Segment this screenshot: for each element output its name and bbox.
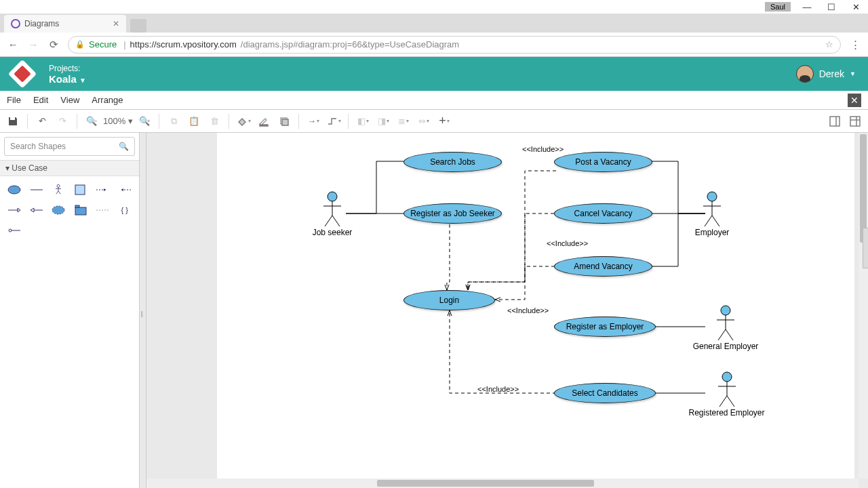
search-shapes-input[interactable]: Search Shapes 🔍: [4, 137, 135, 156]
usecase-amend-vacancy[interactable]: Amend Vacancy: [554, 256, 652, 277]
back-icon[interactable]: ←: [7, 39, 19, 50]
svg-point-20: [52, 206, 64, 214]
include-label: <<Include>>: [507, 306, 549, 314]
add-icon[interactable]: +▾: [435, 113, 453, 130]
search-placeholder: Search Shapes: [10, 142, 66, 151]
connector-style-icon[interactable]: →▾: [304, 113, 322, 130]
os-user-badge: Saul: [765, 2, 791, 12]
svg-rect-15: [75, 185, 85, 195]
save-icon[interactable]: [4, 113, 22, 130]
new-tab-button[interactable]: [130, 19, 146, 33]
palette-association-icon[interactable]: [28, 182, 46, 198]
svg-point-40: [721, 306, 730, 315]
actor-registered-employer[interactable]: Registered Employer: [688, 371, 766, 418]
usecase-post-vacancy[interactable]: Post a Vacancy: [554, 152, 652, 172]
copy-icon[interactable]: ⧉: [165, 113, 182, 130]
lock-icon: 🔒: [75, 40, 85, 49]
right-panel-handle[interactable]: [863, 228, 868, 268]
diagram-canvas[interactable]: Search Jobs Register as Job Seeker Post …: [217, 133, 854, 485]
reload-icon[interactable]: ⟳: [47, 39, 60, 51]
line-color-icon[interactable]: [255, 113, 273, 130]
split-handle[interactable]: [140, 133, 146, 488]
palette-actor-icon[interactable]: [50, 182, 68, 198]
palette-package-icon[interactable]: [72, 202, 90, 218]
actor-general-employer[interactable]: General Employer: [692, 305, 760, 351]
shadow-icon[interactable]: [275, 113, 293, 130]
usecase-select-candidates[interactable]: Select Candidates: [554, 383, 656, 403]
waypoint-style-icon[interactable]: ▾: [325, 113, 342, 130]
secure-label: Secure: [89, 39, 117, 49]
window-maximize-icon[interactable]: ☐: [819, 2, 844, 12]
usecase-register-job-seeker[interactable]: Register as Job Seeker: [403, 203, 502, 224]
palette-constraint-icon[interactable]: { }: [116, 202, 134, 218]
svg-line-43: [718, 329, 726, 340]
to-back-icon[interactable]: ◨▾: [374, 113, 392, 130]
browser-tab[interactable]: Diagrams ✕: [4, 15, 126, 33]
menu-view[interactable]: View: [60, 95, 79, 105]
palette-extend-icon[interactable]: [116, 182, 134, 198]
tab-title: Diagrams: [24, 19, 59, 28]
zoom-out-icon[interactable]: 🔍−: [83, 113, 100, 130]
delete-icon[interactable]: 🗑: [205, 113, 223, 130]
format-panel-icon[interactable]: [826, 113, 844, 130]
close-panel-icon[interactable]: ✕: [848, 94, 861, 107]
distribute-icon[interactable]: ⇔▾: [415, 113, 433, 130]
user-name: Derek: [819, 68, 844, 79]
url-path: /diagrams.jsp#diagram:proj=66&type=UseCa…: [241, 39, 459, 49]
search-icon: 🔍: [119, 142, 129, 151]
palette-collaboration-icon[interactable]: [50, 202, 68, 218]
actor-job-seeker[interactable]: Job seeker: [312, 191, 353, 237]
zoom-in-icon[interactable]: 🔍+: [136, 113, 153, 130]
forward-icon[interactable]: →: [27, 39, 39, 50]
user-menu[interactable]: Derek ▼: [796, 65, 856, 83]
address-bar[interactable]: 🔒 Secure | https://scrum.vpository.com/d…: [68, 36, 841, 54]
palette-dependency-icon[interactable]: [5, 202, 24, 218]
window-minimize-icon[interactable]: —: [795, 2, 819, 12]
menu-file[interactable]: File: [7, 95, 21, 105]
chevron-down-icon: ▼: [850, 70, 856, 77]
usecase-search-jobs[interactable]: Search Jobs: [403, 152, 502, 172]
usecase-register-employer[interactable]: Register as Employer: [554, 317, 656, 337]
url-host: https://scrum.vpository.com: [130, 39, 237, 49]
palette-note-icon[interactable]: [94, 202, 112, 218]
vertical-scrollbar[interactable]: [859, 133, 868, 479]
include-label: <<Include>>: [547, 239, 588, 247]
canvas-area[interactable]: Search Jobs Register as Job Seeker Post …: [146, 133, 868, 488]
palette-generalization-icon[interactable]: [28, 202, 46, 218]
actor-employer[interactable]: Employer: [692, 191, 732, 237]
usecase-cancel-vacancy[interactable]: Cancel Vacancy: [554, 203, 652, 224]
horizontal-scrollbar[interactable]: [146, 479, 859, 488]
outline-panel-icon[interactable]: [846, 113, 864, 130]
undo-icon[interactable]: ↶: [33, 113, 51, 130]
palette-anchor-icon[interactable]: [5, 222, 24, 239]
menu-arrange[interactable]: Arrange: [92, 95, 123, 105]
menubar: File Edit View Arrange ✕: [0, 91, 868, 110]
align-icon[interactable]: ≣▾: [395, 113, 412, 130]
svg-line-38: [705, 216, 712, 226]
tab-close-icon[interactable]: ✕: [113, 19, 119, 28]
browser-menu-icon[interactable]: ⋮: [849, 39, 861, 51]
menu-edit[interactable]: Edit: [33, 95, 48, 105]
redo-icon[interactable]: ↷: [54, 113, 71, 130]
palette-include-icon[interactable]: [94, 182, 112, 198]
include-label: <<Include>>: [477, 385, 519, 393]
browser-navbar: ← → ⟳ 🔒 Secure | https://scrum.vpository…: [0, 33, 868, 57]
svg-rect-2: [282, 119, 288, 125]
svg-line-34: [332, 216, 340, 226]
fill-color-icon[interactable]: ▾: [235, 113, 252, 130]
bookmark-star-icon[interactable]: ☆: [825, 39, 833, 49]
projects-label: Projects:: [49, 64, 86, 73]
project-name: Koala: [49, 73, 77, 85]
paste-icon[interactable]: 📋: [185, 113, 203, 130]
workspace: Search Shapes 🔍 ▾ Use Case { }: [0, 133, 868, 488]
app-logo-icon[interactable]: [8, 60, 37, 88]
window-close-icon[interactable]: ✕: [844, 2, 868, 12]
to-front-icon[interactable]: ◧▾: [354, 113, 372, 130]
svg-point-35: [707, 192, 717, 201]
project-selector[interactable]: Projects: Koala ▼: [49, 64, 86, 85]
usecase-login[interactable]: Login: [403, 290, 495, 310]
palette-header[interactable]: ▾ Use Case: [0, 160, 139, 176]
palette-usecase-icon[interactable]: [5, 182, 24, 198]
palette-system-icon[interactable]: [72, 182, 90, 198]
zoom-level[interactable]: 100% ▾: [103, 116, 133, 126]
